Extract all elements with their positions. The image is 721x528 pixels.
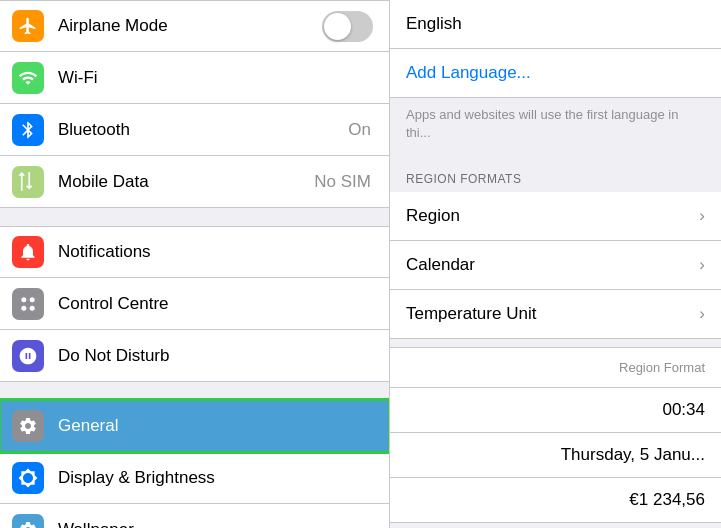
notifications-icon <box>12 236 44 268</box>
region-format-currency-row: €1 234,56 <box>390 478 721 523</box>
bluetooth-value: On <box>348 120 371 140</box>
settings-group-connectivity: Airplane Mode Wi-Fi Bluetooth On <box>0 0 389 208</box>
region-format-preview: Region Format 00:34 Thursday, 5 Janu... … <box>390 347 721 523</box>
region-value: › <box>699 206 705 226</box>
settings-group-system: Notifications Control Centre Do Not Dist… <box>0 226 389 382</box>
region-format-header-row: Region Format <box>390 347 721 388</box>
region-format-header-label: Region Format <box>619 360 705 375</box>
sidebar-item-bluetooth[interactable]: Bluetooth On <box>0 104 389 156</box>
control-centre-icon <box>12 288 44 320</box>
sidebar-item-wallpaper[interactable]: Wallpaper <box>0 504 389 528</box>
notifications-label: Notifications <box>58 242 377 262</box>
calendar-item[interactable]: Calendar › <box>390 241 721 290</box>
control-centre-label: Control Centre <box>58 294 377 314</box>
sidebar-item-notifications[interactable]: Notifications <box>0 226 389 278</box>
sidebar-item-wifi[interactable]: Wi-Fi <box>0 52 389 104</box>
region-format-date-row: Thursday, 5 Janu... <box>390 433 721 478</box>
settings-left-panel: Airplane Mode Wi-Fi Bluetooth On <box>0 0 390 528</box>
calendar-value: › <box>699 255 705 275</box>
region-formats-header: REGION FORMATS <box>390 164 721 192</box>
wallpaper-icon <box>12 514 44 529</box>
region-format-currency: €1 234,56 <box>629 490 705 510</box>
display-brightness-icon <box>12 462 44 494</box>
language-description: Apps and websites will use the first lan… <box>390 98 721 154</box>
wallpaper-label: Wallpaper <box>58 520 377 529</box>
display-brightness-label: Display & Brightness <box>58 468 377 488</box>
temperature-unit-label: Temperature Unit <box>406 304 536 324</box>
mobile-data-value: No SIM <box>314 172 371 192</box>
add-language-button[interactable]: Add Language... <box>390 49 721 98</box>
settings-right-panel: English Add Language... Apps and website… <box>390 0 721 528</box>
region-label: Region <box>406 206 460 226</box>
general-label: General <box>58 416 377 436</box>
wifi-label: Wi-Fi <box>58 68 377 88</box>
region-format-time: 00:34 <box>662 400 705 420</box>
region-format-date: Thursday, 5 Janu... <box>561 445 705 465</box>
sidebar-item-general[interactable]: General <box>0 400 389 452</box>
mobile-data-label: Mobile Data <box>58 172 314 192</box>
sidebar-item-display-brightness[interactable]: Display & Brightness <box>0 452 389 504</box>
region-format-preview-section: Region Format 00:34 Thursday, 5 Janu... … <box>390 339 721 523</box>
region-item[interactable]: Region › <box>390 192 721 241</box>
general-icon <box>12 410 44 442</box>
temperature-unit-value: › <box>699 304 705 324</box>
mobile-data-icon <box>12 166 44 198</box>
language-item: English <box>390 0 721 49</box>
sidebar-item-mobile-data[interactable]: Mobile Data No SIM <box>0 156 389 208</box>
svg-point-3 <box>30 305 35 310</box>
sidebar-item-control-centre[interactable]: Control Centre <box>0 278 389 330</box>
sidebar-item-do-not-disturb[interactable]: Do Not Disturb <box>0 330 389 382</box>
region-format-values: Region › Calendar › Temperature Unit › <box>390 192 721 339</box>
bluetooth-icon <box>12 114 44 146</box>
sidebar-item-airplane-mode[interactable]: Airplane Mode <box>0 0 389 52</box>
svg-point-0 <box>21 297 26 302</box>
language-section: English Add Language... <box>390 0 721 98</box>
temperature-unit-item[interactable]: Temperature Unit › <box>390 290 721 339</box>
settings-list: Airplane Mode Wi-Fi Bluetooth On <box>0 0 389 528</box>
region-format-time-row: 00:34 <box>390 388 721 433</box>
language-value: English <box>406 14 462 34</box>
svg-point-2 <box>21 305 26 310</box>
do-not-disturb-label: Do Not Disturb <box>58 346 377 366</box>
bluetooth-label: Bluetooth <box>58 120 348 140</box>
airplane-mode-label: Airplane Mode <box>58 16 322 36</box>
separator-1 <box>0 208 389 226</box>
separator-2 <box>0 382 389 400</box>
toggle-knob <box>324 13 351 40</box>
airplane-mode-toggle[interactable] <box>322 11 373 42</box>
wifi-icon <box>12 62 44 94</box>
region-formats-section: REGION FORMATS Region › Calendar › Tempe… <box>390 154 721 339</box>
airplane-mode-icon <box>12 10 44 42</box>
do-not-disturb-icon <box>12 340 44 372</box>
settings-group-appearance: General Display & Brightness Wallpaper <box>0 400 389 528</box>
calendar-label: Calendar <box>406 255 475 275</box>
svg-point-1 <box>30 297 35 302</box>
